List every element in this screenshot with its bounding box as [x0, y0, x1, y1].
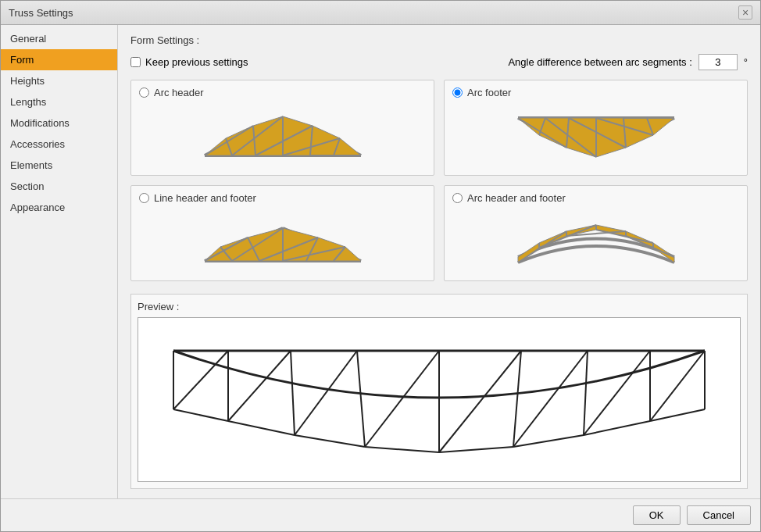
keep-previous-checkbox[interactable]	[130, 57, 141, 67]
window-title: Truss Settings	[9, 7, 73, 19]
arc-header-footer-image	[452, 210, 739, 273]
arc-footer-label: Arc footer	[452, 87, 739, 98]
svg-line-89	[439, 447, 513, 452]
svg-line-88	[439, 351, 521, 452]
cancel-button[interactable]: Cancel	[687, 505, 751, 525]
main-content: Form Settings : Keep previous settings A…	[118, 25, 760, 498]
angle-unit: °	[744, 56, 748, 68]
sidebar: General Form Heights Lengths Modificatio…	[1, 25, 118, 498]
preview-section: Preview :	[130, 294, 748, 489]
bottom-bar: OK Cancel	[1, 498, 760, 531]
preview-label: Preview :	[138, 301, 741, 312]
truss-option-line-header-footer: Line header and footer	[130, 185, 434, 281]
sidebar-item-modifications[interactable]: Modifications	[1, 112, 117, 134]
arc-header-footer-radio[interactable]	[452, 193, 463, 203]
svg-line-79	[357, 351, 365, 447]
window-content: General Form Heights Lengths Modificatio…	[1, 25, 760, 498]
form-settings-label: Form Settings :	[130, 34, 748, 46]
svg-line-84	[365, 351, 439, 447]
arc-footer-radio[interactable]	[452, 87, 463, 98]
angle-diff-container: Angle difference between arc segments : …	[508, 54, 748, 70]
sidebar-item-heights[interactable]: Heights	[1, 70, 117, 91]
svg-marker-21	[596, 118, 626, 157]
arc-header-radio[interactable]	[139, 87, 149, 98]
ok-button[interactable]: OK	[633, 505, 681, 525]
options-row: Keep previous settings Angle difference …	[130, 54, 748, 70]
svg-line-91	[584, 351, 588, 435]
truss-option-arc-header-footer: Arc header and footer	[444, 185, 748, 281]
svg-line-92	[513, 351, 588, 447]
line-header-footer-label: Line header and footer	[139, 192, 426, 204]
sidebar-item-accessories[interactable]: Accessories	[1, 134, 117, 155]
sidebar-item-lengths[interactable]: Lengths	[1, 91, 117, 112]
keep-previous-label: Keep previous settings	[145, 56, 248, 68]
svg-line-81	[295, 435, 365, 447]
truss-option-arc-footer: Arc footer	[444, 80, 748, 176]
sidebar-item-general[interactable]: General	[1, 28, 117, 49]
sidebar-item-appearance[interactable]: Appearance	[1, 197, 117, 218]
preview-canvas	[138, 317, 741, 482]
truss-options-grid: Arc header	[130, 80, 748, 281]
angle-diff-label: Angle difference between arc segments :	[508, 56, 691, 68]
keep-previous-container: Keep previous settings	[130, 56, 248, 68]
sidebar-item-section[interactable]: Section	[1, 176, 117, 197]
svg-line-93	[513, 435, 584, 447]
svg-line-73	[173, 409, 228, 421]
angle-value-input[interactable]: 3	[698, 54, 738, 70]
title-bar: Truss Settings ×	[1, 1, 760, 25]
line-header-footer-image	[139, 210, 426, 273]
line-header-footer-radio[interactable]	[139, 193, 149, 203]
arc-header-image	[139, 105, 426, 167]
arc-header-footer-label: Arc header and footer	[452, 192, 739, 204]
main-window: Truss Settings × General Form Heights Le…	[0, 0, 761, 532]
svg-line-87	[513, 351, 521, 447]
close-button[interactable]: ×	[738, 5, 752, 20]
svg-line-76	[228, 351, 291, 421]
svg-line-75	[291, 351, 295, 435]
svg-line-77	[228, 421, 295, 435]
svg-line-85	[365, 447, 439, 452]
truss-option-arc-header: Arc header	[130, 80, 434, 176]
arc-footer-image	[452, 105, 739, 167]
sidebar-item-form[interactable]: Form	[1, 49, 117, 70]
svg-marker-4	[283, 116, 313, 155]
arc-header-label: Arc header	[139, 87, 426, 98]
sidebar-item-elements[interactable]: Elements	[1, 155, 117, 176]
